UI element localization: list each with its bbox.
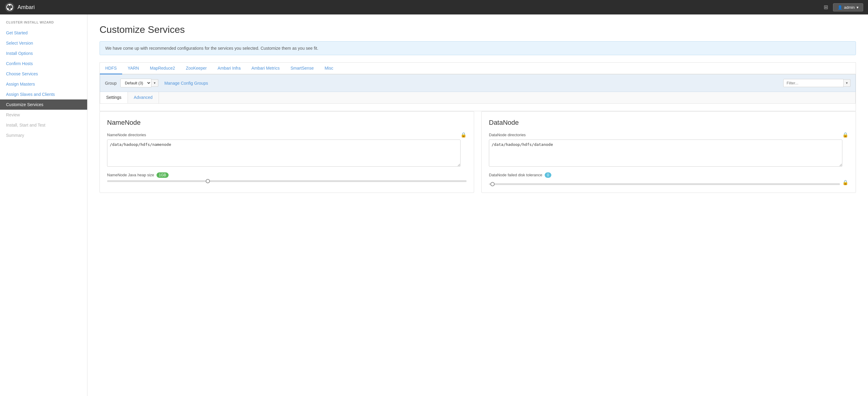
- datanode-disk-badge: 0: [545, 172, 552, 178]
- datanode-card: DataNode DataNode directories 🔒 DataNode…: [482, 111, 856, 193]
- config-tab-advanced[interactable]: Advanced: [128, 92, 159, 103]
- sidebar-item-summary: Summary: [0, 130, 87, 140]
- datanode-disk-slider[interactable]: [489, 183, 840, 185]
- service-tab-ambari-infra[interactable]: Ambari Infra: [212, 63, 246, 74]
- sidebar-item-install-options[interactable]: Install Options: [0, 48, 87, 59]
- service-tab-mapreduce2[interactable]: MapReduce2: [145, 63, 180, 74]
- app-brand: Ambari: [5, 2, 35, 12]
- sidebar-item-choose-services[interactable]: Choose Services: [0, 69, 87, 79]
- datanode-directories-content: DataNode directories: [489, 133, 842, 168]
- datanode-disk-thumb[interactable]: [490, 182, 495, 186]
- filter-input[interactable]: [783, 79, 843, 87]
- service-tab-smartsense[interactable]: SmartSense: [285, 63, 319, 74]
- svg-point-4: [7, 8, 9, 10]
- group-select-wrapper: Default (3) ▾: [120, 79, 158, 88]
- info-box: We have come up with recommended configu…: [99, 41, 856, 55]
- namenode-directories-field: NameNode directories 🔒: [107, 133, 467, 168]
- filter-dropdown-icon[interactable]: ▾: [843, 79, 850, 87]
- namenode-directories-label: NameNode directories: [107, 133, 461, 137]
- service-tab-zookeeper[interactable]: ZooKeeper: [180, 63, 212, 74]
- group-label: Group: [105, 81, 117, 86]
- service-tab-ambari-metrics[interactable]: Ambari Metrics: [246, 63, 285, 74]
- service-tabs: HDFS YARN MapReduce2 ZooKeeper Ambari In…: [100, 63, 856, 74]
- namenode-heap-label: NameNode Java heap size 1GB: [107, 172, 467, 178]
- info-text: We have come up with recommended configu…: [105, 46, 318, 51]
- datanode-directories-label: DataNode directories: [489, 133, 842, 137]
- sidebar-item-install-start-test: Install, Start and Test: [0, 120, 87, 130]
- navbar-right: ⊞ 👤 admin ▾: [824, 3, 863, 11]
- namenode-heap-badge: 1GB: [157, 172, 168, 178]
- datanode-directories-textarea[interactable]: [489, 139, 842, 167]
- svg-point-3: [10, 8, 12, 10]
- datanode-directories-lock-icon[interactable]: 🔒: [842, 132, 848, 138]
- namenode-directories-lock-icon[interactable]: 🔒: [461, 132, 467, 138]
- main-layout: CLUSTER INSTALL WIZARD Get Started Selec…: [0, 14, 868, 396]
- group-row: Group Default (3) ▾ Manage Config Groups…: [100, 74, 856, 92]
- grid-icon[interactable]: ⊞: [824, 4, 828, 10]
- sidebar-item-confirm-hosts[interactable]: Confirm Hosts: [0, 59, 87, 69]
- sidebar-item-assign-masters[interactable]: Assign Masters: [0, 79, 87, 89]
- navbar: Ambari ⊞ 👤 admin ▾: [0, 0, 868, 14]
- page-title: Customize Services: [99, 24, 856, 35]
- service-tab-misc[interactable]: Misc: [319, 63, 339, 74]
- namenode-directories-content: NameNode directories: [107, 133, 461, 168]
- config-tab-settings[interactable]: Settings: [100, 92, 128, 103]
- datanode-title: DataNode: [489, 119, 848, 127]
- filter-wrapper: ▾: [783, 79, 850, 87]
- app-logo: [5, 2, 14, 12]
- config-tabs: Settings Advanced: [100, 92, 856, 104]
- sidebar-item-get-started[interactable]: Get Started: [0, 28, 87, 38]
- sidebar-item-review: Review: [0, 110, 87, 120]
- sidebar-section-title: CLUSTER INSTALL WIZARD: [0, 21, 87, 28]
- tabs-container: HDFS YARN MapReduce2 ZooKeeper Ambari In…: [99, 62, 856, 111]
- datanode-disk-slider-row: 🔒: [489, 180, 848, 185]
- service-tab-hdfs[interactable]: HDFS: [100, 63, 122, 74]
- user-label: admin: [844, 5, 855, 10]
- namenode-heap-section: NameNode Java heap size 1GB: [107, 172, 467, 182]
- svg-point-2: [9, 4, 10, 6]
- datanode-disk-tolerance-label: DataNode failed disk tolerance 0: [489, 172, 848, 178]
- app-name: Ambari: [18, 4, 35, 10]
- user-dropdown-icon: ▾: [857, 5, 859, 10]
- datanode-directories-field: DataNode directories 🔒: [489, 133, 848, 168]
- sidebar-item-customize-services: Customize Services: [0, 99, 87, 110]
- user-icon: 👤: [838, 5, 842, 10]
- cards-row: NameNode NameNode directories 🔒 NameNode…: [99, 111, 856, 193]
- service-tab-yarn[interactable]: YARN: [122, 63, 145, 74]
- group-select-arrow-icon[interactable]: ▾: [151, 79, 158, 87]
- namenode-directories-textarea[interactable]: [107, 139, 461, 167]
- datanode-disk-tolerance-section: DataNode failed disk tolerance 0 🔒: [489, 172, 848, 185]
- manage-config-groups-link[interactable]: Manage Config Groups: [164, 81, 208, 86]
- user-menu-button[interactable]: 👤 admin ▾: [833, 3, 863, 11]
- sidebar-item-select-version[interactable]: Select Version: [0, 38, 87, 48]
- namenode-title: NameNode: [107, 119, 467, 127]
- sidebar: CLUSTER INSTALL WIZARD Get Started Selec…: [0, 14, 88, 396]
- namenode-heap-slider[interactable]: [107, 180, 467, 182]
- namenode-heap-thumb[interactable]: [206, 179, 210, 183]
- sidebar-item-assign-slaves-clients[interactable]: Assign Slaves and Clients: [0, 89, 87, 99]
- content-area: Customize Services We have come up with …: [88, 14, 868, 396]
- namenode-card: NameNode NameNode directories 🔒 NameNode…: [99, 111, 474, 193]
- datanode-disk-lock-icon[interactable]: 🔒: [842, 179, 848, 185]
- group-select[interactable]: Default (3): [120, 79, 151, 88]
